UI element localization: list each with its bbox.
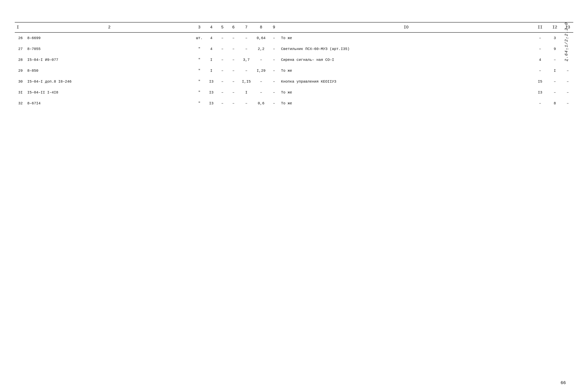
cell-4-8: I,29 [254, 65, 268, 76]
col-header-8: 8 [254, 22, 268, 32]
cell-1-5: – [217, 32, 228, 44]
col-header-9: 9 [268, 22, 280, 32]
cell-7-10: То же [280, 98, 533, 109]
cell-6-13: – [562, 87, 573, 98]
cell-4-13: – [562, 65, 573, 76]
cell-5-10: Кнопка управления КЕОIIУ3 [280, 76, 533, 87]
cell-7-8: 0,6 [254, 98, 268, 109]
col-header-2: 2 [26, 22, 193, 32]
col-header-10: IO [280, 22, 533, 32]
cell-1-10: То же [280, 32, 533, 44]
cell-3-8: – [254, 54, 268, 65]
cell-6-9: – [268, 87, 280, 98]
main-table: I 2 3 4 5 6 7 8 9 IO II I2 I3 268–6699шт… [15, 22, 573, 109]
cell-4-11: – [533, 65, 548, 76]
cell-3-7: 3,7 [239, 54, 254, 65]
cell-1-3: шт. [193, 32, 206, 44]
table-row: 30I5–04–I доп.8 I8–246"I3––I,I5––Кнопка … [15, 76, 573, 87]
cell-3-5: – [217, 54, 228, 65]
cell-5-8: – [254, 76, 268, 87]
col-header-7: 7 [239, 22, 254, 32]
cell-4-10: То же [280, 65, 533, 76]
cell-7-7: – [239, 98, 254, 109]
cell-4-9: – [268, 65, 280, 76]
col-header-5: 5 [217, 22, 228, 32]
page-container: 2.64-1/2-2.2.0 I 2 3 4 5 6 7 8 9 IO II I… [15, 22, 573, 391]
corner-annotation: 2.64-1/2-2.2.0 [564, 22, 570, 64]
cell-1-1: 26 [15, 32, 26, 44]
cell-2-11: – [533, 44, 548, 54]
cell-4-2: 8–850 [26, 65, 193, 76]
cell-6-6: – [228, 87, 239, 98]
cell-5-1: 30 [15, 76, 26, 87]
cell-4-7: – [239, 65, 254, 76]
cell-7-12: 8 [548, 98, 562, 109]
cell-1-12: 3 [548, 32, 562, 44]
cell-3-4: I [206, 54, 217, 65]
cell-2-1: 27 [15, 44, 26, 54]
cell-5-3: " [193, 76, 206, 87]
cell-5-11: I5 [533, 76, 548, 87]
cell-6-11: I3 [533, 87, 548, 98]
table-row: 28I5–04–I И9–077"I––3,7––Сирена сигналь–… [15, 54, 573, 65]
cell-2-8: 2,2 [254, 44, 268, 54]
table-row: 298–850"I–––I,29–То же–I– [15, 65, 573, 76]
cell-4-1: 29 [15, 65, 26, 76]
col-header-11: II [533, 22, 548, 32]
cell-7-3: " [193, 98, 206, 109]
cell-5-13: – [562, 76, 573, 87]
cell-2-7: – [239, 44, 254, 54]
cell-7-5: – [217, 98, 228, 109]
table-row: 3II5–04–II I–4I8"I3––I––То жеI3–– [15, 87, 573, 98]
cell-3-11: 4 [533, 54, 548, 65]
cell-5-9: – [268, 76, 280, 87]
cell-4-4: I [206, 65, 217, 76]
cell-4-6: – [228, 65, 239, 76]
cell-7-13: – [562, 98, 573, 109]
col-header-6: 6 [228, 22, 239, 32]
cell-6-4: I3 [206, 87, 217, 98]
cell-5-2: I5–04–I доп.8 I8–246 [26, 76, 193, 87]
cell-4-5: – [217, 65, 228, 76]
cell-1-4: 4 [206, 32, 217, 44]
cell-3-3: " [193, 54, 206, 65]
cell-6-5: – [217, 87, 228, 98]
cell-1-7: – [239, 32, 254, 44]
col-header-3: 3 [193, 22, 206, 32]
cell-1-11: – [533, 32, 548, 44]
cell-1-9: – [268, 32, 280, 44]
cell-3-12: – [548, 54, 562, 65]
cell-5-6: – [228, 76, 239, 87]
table-row: 328–67I4"I3–––0,6–То же–8– [15, 98, 573, 109]
cell-7-6: – [228, 98, 239, 109]
cell-1-2: 8–6699 [26, 32, 193, 44]
cell-2-9: – [268, 44, 280, 54]
cell-6-2: I5–04–II I–4I8 [26, 87, 193, 98]
cell-2-5: – [217, 44, 228, 54]
cell-1-6: – [228, 32, 239, 44]
cell-6-10: То же [280, 87, 533, 98]
cell-3-2: I5–04–I И9–077 [26, 54, 193, 65]
col-header-12: I2 [548, 22, 562, 32]
cell-1-8: 0,64 [254, 32, 268, 44]
cell-3-1: 28 [15, 54, 26, 65]
cell-2-2: 8–7055 [26, 44, 193, 54]
cell-7-4: I3 [206, 98, 217, 109]
cell-5-4: I3 [206, 76, 217, 87]
table-row: 278–7055"4–––2,2–Светильник ПСХ–60–МУЗ (… [15, 44, 573, 54]
cell-7-2: 8–67I4 [26, 98, 193, 109]
cell-6-1: 3I [15, 87, 26, 98]
cell-5-5: – [217, 76, 228, 87]
col-header-4: 4 [206, 22, 217, 32]
cell-2-10: Светильник ПСХ–60–МУЗ (арт.I35) [280, 44, 533, 54]
col-header-1: I [15, 22, 26, 32]
table-header-row: I 2 3 4 5 6 7 8 9 IO II I2 I3 [15, 22, 573, 32]
cell-5-7: I,I5 [239, 76, 254, 87]
cell-4-12: I [548, 65, 562, 76]
cell-2-6: – [228, 44, 239, 54]
cell-3-6: – [228, 54, 239, 65]
cell-7-11: – [533, 98, 548, 109]
cell-2-4: 4 [206, 44, 217, 54]
cell-6-12: – [548, 87, 562, 98]
cell-6-3: " [193, 87, 206, 98]
